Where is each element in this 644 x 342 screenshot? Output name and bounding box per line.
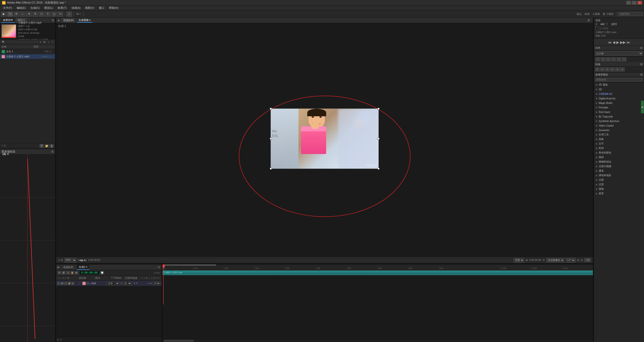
transport-next[interactable]: ▶▶ (620, 40, 626, 44)
layer-row-1[interactable]: 👁 🔊 ◎ 🔒 ▶ 1 小...mp4 正常 ◯ (56, 281, 162, 286)
grid-icon[interactable]: ⊞ (526, 259, 528, 261)
toggle-expand-icon[interactable]: ▶ (75, 271, 78, 275)
effect-3d-channel[interactable]: ▶ 3D 通道 (594, 83, 644, 87)
search-input[interactable] (618, 12, 643, 16)
tool-pen[interactable]: ✎ (32, 12, 38, 17)
menu-window[interactable]: 窗口 (97, 6, 106, 10)
effect-synthetic-aperture[interactable]: ▶ Synthetic Aperture (594, 119, 644, 123)
sw-expand[interactable]: ▶ (71, 282, 74, 285)
menu-comp[interactable]: 合成(C) (28, 6, 42, 10)
tool-mask[interactable]: ⬡ (39, 12, 44, 17)
menu-help[interactable]: 帮助(H) (107, 6, 120, 10)
menu-layer[interactable]: 图层(L) (42, 6, 55, 10)
kf-prev[interactable]: ◁ (149, 282, 150, 284)
video-frame[interactable]: theEAL (271, 108, 379, 169)
effect-distort[interactable]: ▶ 扭曲 (594, 137, 644, 141)
effect-transition-1[interactable]: ▶ 过渡 (594, 178, 644, 182)
effect-color-correct[interactable]: ▶ 调色和色阶 (594, 173, 644, 178)
tool-scale[interactable]: ↔ (20, 12, 25, 17)
pb-icon-2[interactable]: ⬡ (60, 338, 62, 341)
effect-cinema4d[interactable]: ▶ CINEMA 4D (594, 92, 644, 96)
menu-view[interactable]: 视图(V) (83, 6, 96, 10)
new-comp-button[interactable]: 🎬 (40, 144, 44, 148)
effect-channel[interactable]: ▶ 通道 (594, 169, 644, 173)
right-edge-toggle[interactable]: ▶ (641, 101, 644, 113)
color-swatch[interactable] (595, 27, 599, 30)
parent-spiral-icon[interactable]: ↺ (136, 282, 138, 284)
list-view-btn[interactable]: ≡ (39, 41, 42, 44)
delete-item-button[interactable]: 🗑 (50, 144, 54, 148)
tl-expand-icon[interactable]: ▶ (58, 266, 60, 269)
toggle-lock-icon[interactable]: 🔒 (70, 271, 74, 275)
effects-presets-header[interactable]: 效果和预设 ☰ (594, 72, 644, 77)
handle-top-left[interactable] (270, 108, 272, 110)
view-icon-2[interactable]: ⊟ (581, 259, 583, 261)
h-scrollbar-thumb[interactable] (164, 340, 194, 342)
minimize-button[interactable]: — (626, 1, 631, 5)
play-button[interactable]: ▶ (81, 258, 84, 262)
tab-render-queue[interactable]: 渲染队列 (62, 18, 75, 22)
transport-prev[interactable]: ◀ (613, 40, 615, 44)
effect-red-giant[interactable]: ▶ Red Giant (594, 110, 644, 114)
prev-frame-icon[interactable]: |◀ (78, 258, 81, 262)
close-button[interactable]: ✕ (637, 1, 642, 5)
tab-comp1-tl[interactable]: 合成1 ≡ (77, 265, 89, 270)
effect-female-tools[interactable]: ▶ 女用工具 (594, 132, 644, 137)
sw-lock[interactable]: 🔒 (68, 282, 71, 285)
handle-middle-left[interactable] (270, 138, 272, 140)
handle-bottom-left[interactable] (270, 168, 272, 170)
trkmat-select[interactable]: 无 (123, 281, 132, 285)
zoom-select[interactable]: 50% 100% 25% (64, 258, 77, 262)
toggle-solo-icon[interactable]: ◎ (66, 271, 70, 275)
workspace-default[interactable]: 默认 (576, 12, 583, 16)
effect-blur[interactable]: ▶ 模糊和锐化 (594, 160, 644, 164)
align-center-h-btn[interactable]: ⬛ (601, 57, 605, 61)
transport-play[interactable]: ▶ (616, 40, 619, 44)
para-justify-left[interactable]: ≡ (610, 67, 615, 71)
trkmat-icon[interactable]: ◯ (120, 282, 123, 284)
tool-move[interactable]: ↖ (7, 12, 13, 17)
para-align-right[interactable]: ≡ (605, 67, 610, 71)
resolution-select[interactable]: 完整 (514, 258, 524, 262)
sort-btn[interactable]: ↕ (47, 41, 50, 44)
kf-icon[interactable]: ◇ (147, 282, 148, 284)
para-justify-all[interactable]: ≡ (620, 67, 625, 71)
tool-shape[interactable]: ◻ (51, 12, 57, 17)
align-center-v-btn[interactable]: ⬛ (617, 57, 621, 61)
tool-text[interactable]: T (45, 12, 51, 17)
sw-vis[interactable]: 👁 (57, 282, 60, 285)
effect-time[interactable]: ▶ 时间 (594, 146, 644, 150)
panel-menu-icon[interactable]: ☰ (52, 19, 54, 22)
toggle-vid-icon[interactable]: 👁 (58, 271, 61, 275)
track-clip-1[interactable]: 小朋友个人照片.mp4 (163, 271, 593, 275)
align-preset-select[interactable]: 立方体 (595, 51, 643, 56)
workspace-small[interactable]: 小屏幕 (591, 12, 601, 16)
align-bottom-btn[interactable]: ⬛ (622, 57, 626, 61)
align-left-btn[interactable]: ⬛ (595, 57, 600, 61)
menu-animation[interactable]: 动画(A) (69, 6, 83, 10)
tool-select[interactable]: ▶ (1, 12, 7, 17)
menu-file[interactable]: 文件(F) (1, 6, 14, 10)
tl-panel-menu[interactable]: ☰ (158, 266, 160, 269)
parent-select[interactable]: 无 (153, 281, 161, 285)
effect-digital-anarchy[interactable]: ▶ Digital Anarchy (594, 96, 644, 101)
next-frame-icon[interactable]: ▶| (84, 258, 87, 262)
new-folder-button[interactable]: 📁 (45, 144, 49, 148)
effect-transition-2[interactable]: ▶ 过渡 (594, 182, 644, 187)
time-display-tl[interactable]: 0:00:00:00 (79, 271, 99, 275)
effects-search-input[interactable] (595, 78, 643, 82)
align-right-btn[interactable]: ⬛ (606, 57, 611, 61)
effect-simulate[interactable]: ▶ 模拟 (594, 155, 644, 160)
effect-zaxwerks[interactable]: ▶ Zaxwerks (594, 128, 644, 132)
render-quality[interactable]: +00 (584, 258, 591, 262)
maximize-button[interactable]: □ (632, 1, 636, 5)
tab-effects-controls[interactable]: 效果控件 (1, 18, 15, 23)
effect-transition-video[interactable]: ▶ 过渡式视频 (594, 164, 644, 169)
sw-solo[interactable]: ◎ (64, 282, 67, 285)
import-btn[interactable]: + (51, 41, 54, 44)
tool-rotate[interactable]: ⟳ (14, 12, 19, 17)
view-select[interactable]: 1个 (566, 258, 576, 262)
graph-menu-icon[interactable]: ☰ (51, 150, 54, 153)
handle-bottom-right[interactable] (377, 168, 380, 170)
toggle-aud-icon[interactable]: 🔊 (62, 271, 65, 275)
